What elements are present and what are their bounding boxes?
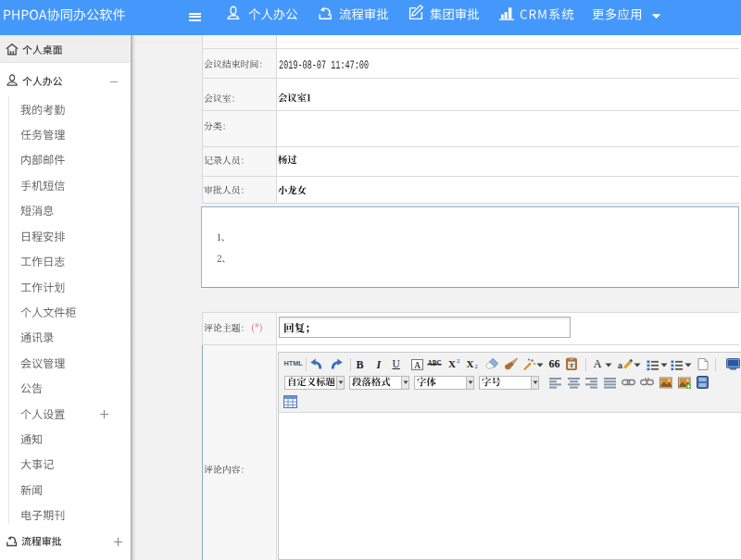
svg-text:T: T: [569, 362, 573, 369]
svg-text:a: a: [618, 361, 623, 370]
svg-text:A: A: [413, 359, 421, 369]
